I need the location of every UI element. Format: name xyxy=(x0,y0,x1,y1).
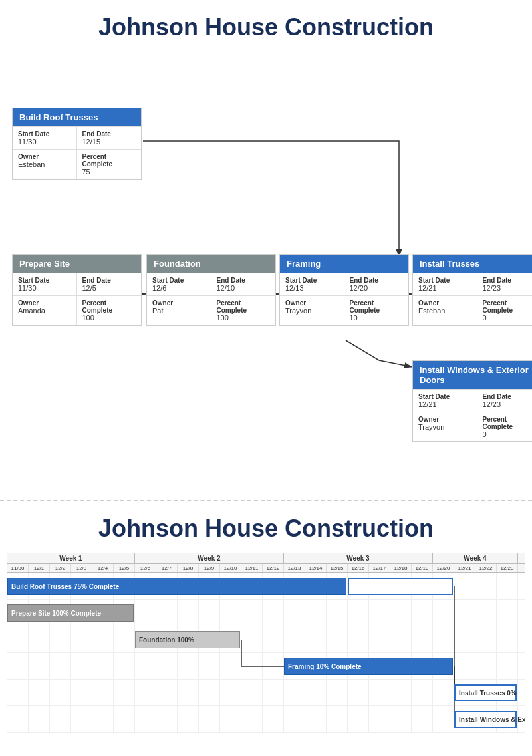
gantt-row: Install Trusses 0% xyxy=(7,680,525,706)
gantt-row: Framing 10% Complete xyxy=(7,653,525,680)
gantt-grid-cell xyxy=(241,653,263,679)
gantt-week-label: Week 1 xyxy=(7,553,135,563)
start-date-cell: Start Date 12/13 xyxy=(280,273,344,295)
task-body: Start Date 11/30 End Date 12/15 Owner Es… xyxy=(13,126,141,179)
task-header: Foundation xyxy=(147,255,275,273)
percent-cell: Percent Complete 100 xyxy=(211,295,276,325)
end-date-cell: End Date 12/23 xyxy=(477,273,533,295)
end-date-cell: End Date 12/20 xyxy=(344,273,409,295)
gantt-grid-cell xyxy=(369,600,390,626)
gantt-grid-cell xyxy=(263,653,284,679)
gantt-grid-cell xyxy=(199,653,220,679)
gantt-grid-cell xyxy=(220,600,241,626)
gantt-grid-cell xyxy=(135,706,156,732)
gantt-grid-cell xyxy=(29,626,50,652)
gantt-grid-cell xyxy=(156,600,178,626)
gantt-bar: Install Windows & Exterior Doors xyxy=(454,711,517,728)
gantt-grid-cell xyxy=(199,600,220,626)
gantt-grid-cell xyxy=(327,680,348,705)
gantt-grid-cell xyxy=(475,573,497,599)
gantt-grid-cell xyxy=(390,626,412,652)
gantt-grid-cell xyxy=(135,680,156,705)
start-date-cell: Start Date 12/6 xyxy=(147,273,211,295)
gantt-grid-cell xyxy=(7,680,29,705)
gantt-grid-cell xyxy=(156,706,178,732)
gantt-grid-cell xyxy=(497,600,518,626)
task-header: Build Roof Trusses xyxy=(13,108,141,126)
gantt-date-cell: 12/23 xyxy=(497,564,518,572)
gantt-grid-cell xyxy=(92,680,114,705)
gantt-row: Install Windows & Exterior Doors xyxy=(7,706,525,733)
gantt-body: Build Roof Trusses 75% CompletePrepare S… xyxy=(7,573,525,733)
gantt-date-cell: 12/15 xyxy=(327,564,348,572)
gantt-date-cell: 12/22 xyxy=(475,564,497,572)
gantt-grid-cell xyxy=(433,680,454,705)
gantt-grid-cell xyxy=(412,626,433,652)
gantt-date-cell: 12/6 xyxy=(135,564,156,572)
task-card-install-windows: Install Windows & Exterior Doors Start D… xyxy=(412,360,532,442)
gantt-bar: Foundation 100% xyxy=(135,631,240,648)
gantt-grid-cell xyxy=(241,680,263,705)
gantt-section: Johnson House Construction Week 1Week 2W… xyxy=(0,501,532,747)
gantt-grid-cell xyxy=(454,573,475,599)
gantt-grid-cell xyxy=(114,706,135,732)
gantt-grid-cell xyxy=(475,600,497,626)
gantt-grid-cell xyxy=(92,706,114,732)
gantt-grid-cell xyxy=(71,626,92,652)
gantt-grid-cell xyxy=(114,653,135,679)
section2-title: Johnson House Construction xyxy=(7,515,525,543)
gantt-grid-cell xyxy=(348,626,369,652)
gantt-week-label: Week 2 xyxy=(135,553,284,563)
gantt-grid-cell xyxy=(497,626,518,652)
gantt-grid-cell xyxy=(475,653,497,679)
owner-cell: Owner Pat xyxy=(147,295,211,325)
percent-cell: Percent Complete 0 xyxy=(477,412,533,441)
owner-cell: Owner Esteban xyxy=(13,149,77,179)
gantt-grid-cell xyxy=(220,653,241,679)
gantt-grid-cell xyxy=(7,653,29,679)
gantt-week-label: Week 3 xyxy=(284,553,433,563)
gantt-grid-cell xyxy=(263,680,284,705)
gantt-grid-cell xyxy=(348,706,369,732)
gantt-grid-cell xyxy=(390,706,412,732)
owner-cell: Owner Amanda xyxy=(13,295,77,325)
gantt-grid-cell xyxy=(92,626,114,652)
gantt-grid-cell xyxy=(178,706,199,732)
task-card-framing: Framing Start Date 12/13 End Date 12/20 … xyxy=(279,254,409,326)
gantt-date-cell: 12/7 xyxy=(156,564,178,572)
gantt-grid-cell xyxy=(433,626,454,652)
gantt-grid-cell xyxy=(263,600,284,626)
task-card-install-trusses: Install Trusses Start Date 12/21 End Dat… xyxy=(412,254,532,326)
gantt-grid-cell xyxy=(71,680,92,705)
gantt-grid-cell xyxy=(390,600,412,626)
gantt-grid-cell xyxy=(412,706,433,732)
gantt-row: Foundation 100% xyxy=(7,626,525,653)
gantt-grid-cell xyxy=(71,706,92,732)
gantt-date-cell: 12/13 xyxy=(284,564,305,572)
start-date-cell: Start Date 12/21 xyxy=(413,389,477,412)
gantt-grid-cell xyxy=(50,706,71,732)
gantt-date-cell: 12/8 xyxy=(178,564,199,572)
percent-cell: Percent Complete 100 xyxy=(77,295,142,325)
gantt-date-cell: 12/21 xyxy=(454,564,475,572)
gantt-date-cell: 12/4 xyxy=(92,564,114,572)
percent-cell: Percent Complete 0 xyxy=(477,295,533,325)
diagram-area: Build Roof Trusses Start Date 11/30 End … xyxy=(7,55,525,487)
gantt-grid-cell xyxy=(305,600,327,626)
start-date-cell: Start Date 12/21 xyxy=(413,273,477,295)
gantt-grid-cell xyxy=(433,600,454,626)
gantt-grid-cell xyxy=(199,706,220,732)
gantt-grid-cell xyxy=(263,626,284,652)
owner-cell: Owner Trayvon xyxy=(280,295,344,325)
gantt-row: Build Roof Trusses 75% Complete xyxy=(7,573,525,600)
network-diagram-section: Johnson House Construction Build Roof Tr… xyxy=(0,0,532,501)
gantt-grid-cell xyxy=(348,600,369,626)
gantt-grid-cell xyxy=(135,600,156,626)
gantt-date-cell: 12/12 xyxy=(263,564,284,572)
gantt-grid-cell xyxy=(241,626,263,652)
gantt-grid-cell xyxy=(50,626,71,652)
gantt-grid-cell xyxy=(369,680,390,705)
gantt-grid-cell xyxy=(71,653,92,679)
gantt-grid-cell xyxy=(305,626,327,652)
gantt-grid-cell xyxy=(284,626,305,652)
